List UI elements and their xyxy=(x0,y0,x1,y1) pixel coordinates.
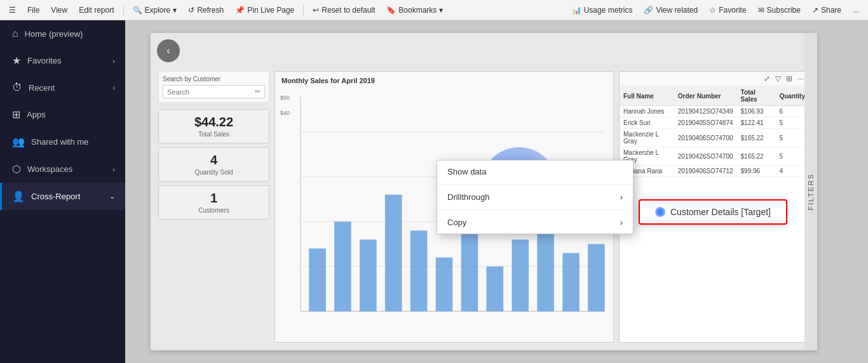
back-button[interactable]: ‹ xyxy=(157,39,180,62)
customers-value: 1 xyxy=(165,191,262,206)
drillthrough-menu-item[interactable]: Drillthrough › xyxy=(437,186,633,208)
bookmarks-label: Bookmarks xyxy=(398,6,437,15)
table-row: Adriana Rana20190406SO74712$99.964 xyxy=(620,166,809,177)
reset-btn[interactable]: ↩ Reset to default xyxy=(309,4,379,16)
apps-icon: ⊞ xyxy=(12,109,20,121)
drillthrough-target-button[interactable]: Customer Details [Target] xyxy=(639,199,787,225)
divider-2 xyxy=(303,4,304,16)
total-sales-card: $44.22 Total Sales xyxy=(158,109,269,143)
table-cell: $99.96 xyxy=(737,166,776,177)
left-panel: Search by Customer ✏ $44.22 Total Sales … xyxy=(158,71,269,343)
view-label: View xyxy=(51,6,67,15)
subscribe-btn[interactable]: ✉ Subscribe xyxy=(754,4,804,16)
toolbar: ☰ File View Edit report 🔍 Explore ▾ ↺ Re… xyxy=(0,0,868,20)
bookmarks-btn[interactable]: 🔖 Bookmarks ▾ xyxy=(383,4,447,16)
data-table: Full Name Order Number Total Sales Quant… xyxy=(620,86,809,177)
sidebar-item-apps-label: Apps xyxy=(27,110,46,119)
total-sales-value: $44.22 xyxy=(165,115,262,129)
sidebar-item-cross-report-label: Cross-Report xyxy=(31,192,80,201)
svg-rect-8 xyxy=(360,239,377,311)
table-cell: 20190426SO74700 xyxy=(674,147,737,166)
bookmark-icon: 🔖 xyxy=(386,6,396,15)
table-cell: Erick Suri xyxy=(620,117,674,129)
customers-card: 1 Customers xyxy=(158,185,269,220)
total-sales-label: Total Sales xyxy=(165,131,262,138)
focus-mode-icon[interactable]: ⤢ xyxy=(763,73,771,84)
table-row: Mackenzie L Gray20190406SO74700$165.225 xyxy=(620,129,809,147)
cross-report-icon: 👤 xyxy=(12,190,25,202)
view-related-btn[interactable]: 🔗 View related xyxy=(640,4,702,16)
view-menu[interactable]: View xyxy=(47,4,71,16)
edit-report-btn[interactable]: Edit report xyxy=(75,4,118,16)
sidebar-item-home[interactable]: ⌂ Home (preview) xyxy=(0,20,125,47)
recent-arrow-icon: › xyxy=(112,84,115,91)
table-toolbar: ⤢ ▽ ⊞ ··· xyxy=(620,72,809,86)
edit-report-label: Edit report xyxy=(79,6,114,15)
svg-rect-9 xyxy=(385,195,402,312)
more-btn[interactable]: ... xyxy=(849,4,863,16)
table-row: Erick Suri20190405SO74874$122.415 xyxy=(620,117,809,129)
sidebar-item-favorites[interactable]: ★ Favorites › xyxy=(0,47,125,74)
search-input-row[interactable]: ✏ xyxy=(163,85,265,98)
main-layout: ⌂ Home (preview) ★ Favorites › ⏱ Recent … xyxy=(0,20,868,363)
sidebar-item-favorites-label: Favorites xyxy=(27,56,61,65)
cursor-icon xyxy=(655,207,665,217)
filters-panel[interactable]: FILTERS xyxy=(804,33,817,350)
refresh-btn[interactable]: ↺ Refresh xyxy=(184,4,227,16)
shared-icon: 👥 xyxy=(12,136,25,148)
usage-metrics-btn[interactable]: 📊 Usage metrics xyxy=(568,4,637,16)
favorite-icon: ☆ xyxy=(709,6,716,15)
table-body: Hannah Jones20190412SO74349$106.936Erick… xyxy=(620,106,809,177)
drillthrough-label: Drillthrough xyxy=(447,192,489,202)
refresh-icon: ↺ xyxy=(188,6,194,15)
table-cell: 20190412SO74349 xyxy=(674,106,737,117)
expand-icon[interactable]: ⊞ xyxy=(785,73,794,84)
sidebar-item-cross-report[interactable]: 👤 Cross-Report ⌄ xyxy=(0,183,125,210)
favorite-btn[interactable]: ☆ Favorite xyxy=(705,4,750,16)
favorite-label: Favorite xyxy=(719,6,746,15)
bookmarks-chevron: ▾ xyxy=(439,6,443,15)
pin-live-page-btn[interactable]: 📌 Pin Live Page xyxy=(231,4,298,16)
table-cell: $165.22 xyxy=(737,129,776,147)
filter-icon[interactable]: ▽ xyxy=(774,73,782,84)
view-related-icon: 🔗 xyxy=(644,6,653,15)
explore-btn[interactable]: 🔍 Explore ▾ xyxy=(129,4,181,16)
search-by-customer-label: Search by Customer xyxy=(163,76,265,82)
show-data-menu-item[interactable]: Show data xyxy=(437,161,633,183)
content-area: ‹ Search by Customer ✏ $44.22 Total Sale… xyxy=(125,20,868,363)
sidebar-item-workspaces[interactable]: ⬡ Workspaces › xyxy=(0,155,125,183)
file-label: File xyxy=(27,6,39,15)
share-btn[interactable]: ↗ Share xyxy=(808,4,845,16)
svg-rect-15 xyxy=(537,226,554,311)
copy-menu-item[interactable]: Copy › xyxy=(437,211,633,234)
chart-title: Monthly Sales for April 2019 xyxy=(275,72,613,87)
search-input[interactable] xyxy=(167,88,255,96)
table-row: Mackenzie L Gray20190426SO74700$165.225 xyxy=(620,147,809,166)
chart-y2-label: $40 xyxy=(280,110,290,116)
sidebar-item-apps[interactable]: ⊞ Apps xyxy=(0,101,125,128)
share-label: Share xyxy=(821,6,841,15)
hamburger-menu[interactable]: ☰ xyxy=(5,4,20,16)
table-cell: 20190406SO74712 xyxy=(674,166,737,177)
svg-rect-7 xyxy=(334,221,351,311)
table-cell: 20190405SO74874 xyxy=(674,117,737,129)
svg-rect-17 xyxy=(588,244,605,312)
sidebar-item-shared-label: Shared with me xyxy=(31,137,88,147)
subscribe-label: Subscribe xyxy=(767,6,801,15)
explore-label: Explore xyxy=(145,6,171,15)
col-header-order: Order Number xyxy=(674,86,737,106)
metrics-icon: 📊 xyxy=(572,6,581,15)
file-menu[interactable]: File xyxy=(24,4,43,16)
share-icon: ↗ xyxy=(812,6,818,15)
reset-icon: ↩ xyxy=(313,6,319,15)
sidebar-item-workspaces-label: Workspaces xyxy=(27,164,72,174)
sidebar-item-recent[interactable]: ⏱ Recent › xyxy=(0,74,125,101)
more-options-icon[interactable]: ··· xyxy=(796,73,805,84)
favorites-icon: ★ xyxy=(12,55,21,67)
customers-label: Customers xyxy=(165,207,262,214)
chart-y1-label: $50 xyxy=(280,95,290,101)
show-data-label: Show data xyxy=(447,167,486,176)
context-menu: Show data Drillthrough › Copy › xyxy=(437,160,634,234)
svg-rect-14 xyxy=(512,239,529,311)
sidebar-item-shared[interactable]: 👥 Shared with me xyxy=(0,128,125,155)
